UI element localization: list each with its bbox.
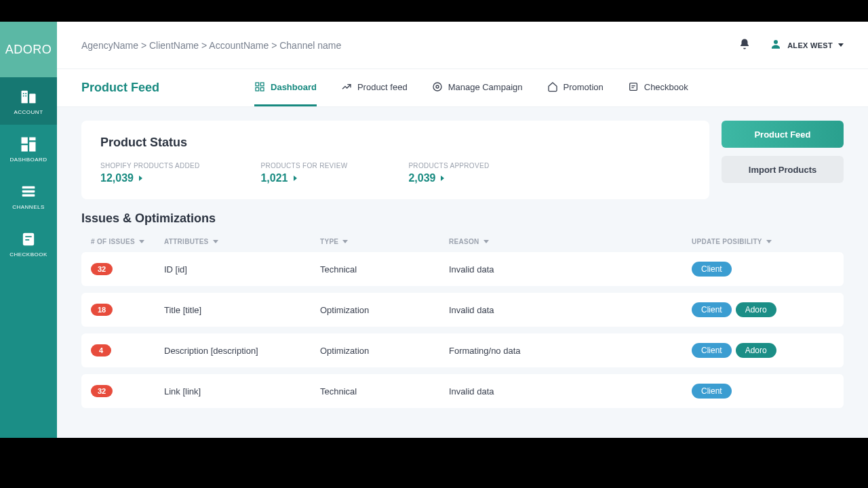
user-icon — [770, 38, 782, 53]
layers-icon — [19, 182, 38, 201]
th-update[interactable]: UPDATE POSIBILITY — [692, 238, 834, 245]
tabs: Dashboard Product feed Manage Campaign P… — [254, 69, 688, 106]
stat-shopify: SHOPIFY PRODUCTS ADDED 12,039 — [100, 162, 199, 184]
svg-rect-0 — [22, 90, 28, 103]
chevron-right-icon — [139, 176, 142, 181]
status-card: Product Status SHOPIFY PRODUCTS ADDED 12… — [81, 121, 709, 199]
td-attr: Description [description] — [164, 346, 320, 356]
table-row[interactable]: 32 ID [id] Technical Invalid data Client — [81, 252, 844, 286]
th-reason[interactable]: REASON — [449, 238, 692, 245]
issue-count-badge: 32 — [91, 385, 113, 397]
td-update: Client — [692, 262, 834, 277]
td-reason: Invalid data — [449, 305, 692, 315]
svg-rect-10 — [22, 186, 35, 188]
tab-manage-campaign[interactable]: Manage Campaign — [432, 69, 523, 106]
tab-product-feed[interactable]: Product feed — [341, 69, 408, 106]
tab-checkbook[interactable]: Checkbook — [628, 69, 688, 106]
td-type: Technical — [320, 386, 449, 396]
td-attr: ID [id] — [164, 264, 320, 274]
stat-value[interactable]: 12,039 — [100, 172, 199, 184]
th-attributes[interactable]: ATTRIBUTES — [164, 238, 320, 245]
svg-point-21 — [433, 83, 441, 91]
sidebar-item-label: CHANNELS — [12, 204, 45, 210]
breadcrumb[interactable]: AgencyName > ClientName > AccountName > … — [81, 40, 738, 51]
stat-value[interactable]: 1,021 — [260, 172, 347, 184]
issue-count-badge: 18 — [91, 304, 113, 316]
stat-label: PRODUCTS APPROVED — [408, 162, 489, 169]
td-attr: Title [title] — [164, 305, 320, 315]
table-row[interactable]: 18 Title [title] Optimization Invalid da… — [81, 293, 844, 327]
td-update: Client — [692, 384, 834, 399]
chevron-down-icon — [342, 240, 348, 243]
chevron-down-icon — [766, 240, 772, 243]
tab-label: Manage Campaign — [448, 82, 523, 92]
chevron-right-icon — [294, 176, 297, 181]
header-right: ALEX WEST — [738, 38, 844, 53]
sidebar-item-dashboard[interactable]: DASHBOARD — [0, 125, 57, 172]
td-update: ClientAdoro — [692, 343, 834, 358]
chevron-down-icon — [213, 240, 218, 243]
svg-point-22 — [436, 85, 439, 88]
td-type: Optimization — [320, 305, 449, 315]
td-type: Optimization — [320, 346, 449, 356]
tab-promotion[interactable]: Promotion — [547, 69, 604, 106]
pill-adoro: Adoro — [736, 343, 776, 358]
table-row[interactable]: 32 Link [link] Technical Invalid data Cl… — [81, 374, 844, 408]
pill-adoro: Adoro — [736, 302, 776, 317]
pill-client: Client — [692, 262, 732, 277]
user-menu[interactable]: ALEX WEST — [770, 38, 844, 53]
logo: ADORO — [0, 22, 57, 77]
th-issues[interactable]: # OF ISSUES — [91, 238, 164, 245]
action-column: Product Feed Import Products — [722, 121, 844, 199]
tab-label: Promotion — [564, 82, 604, 92]
building-icon — [19, 87, 38, 106]
sidebar-item-channels[interactable]: CHANNELS — [0, 172, 57, 220]
svg-rect-12 — [22, 194, 35, 197]
sidebar-item-checkbook[interactable]: CHECKBOOK — [0, 220, 57, 267]
sidebar-nav: ACCOUNT DASHBOARD CHANNELS CHECKBOOK — [0, 77, 57, 267]
issue-count-badge: 4 — [91, 344, 111, 357]
product-feed-button[interactable]: Product Feed — [722, 121, 844, 148]
caret-down-icon — [838, 43, 844, 47]
tab-label: Dashboard — [271, 82, 317, 92]
svg-rect-14 — [25, 236, 31, 237]
issues-title: Issues & Optimizations — [81, 211, 844, 226]
sidebar-item-label: ACCOUNT — [14, 109, 43, 115]
svg-rect-23 — [629, 83, 637, 91]
sidebar-item-label: DASHBOARD — [9, 157, 47, 163]
import-products-button[interactable]: Import Products — [722, 156, 844, 183]
svg-rect-11 — [22, 190, 35, 192]
chevron-right-icon — [441, 176, 444, 181]
table-header: # OF ISSUES ATTRIBUTES TYPE REASON UPDAT… — [81, 238, 844, 245]
user-name: ALEX WEST — [787, 41, 833, 49]
svg-rect-20 — [260, 87, 264, 91]
bottom-letterbox — [0, 466, 868, 488]
td-attr: Link [link] — [164, 386, 320, 396]
svg-rect-3 — [25, 93, 26, 94]
stat-value[interactable]: 2,039 — [408, 172, 489, 184]
status-stats: SHOPIFY PRODUCTS ADDED 12,039 PRODUCTS F… — [100, 162, 690, 184]
svg-point-16 — [774, 40, 778, 44]
sidebar: ADORO ACCOUNT DASHBOARD CHANNELS — [0, 22, 57, 438]
svg-rect-18 — [260, 83, 264, 86]
th-type[interactable]: TYPE — [320, 238, 449, 245]
issue-count-badge: 32 — [91, 263, 113, 275]
pill-client: Client — [692, 384, 732, 399]
stat-label: SHOPIFY PRODUCTS ADDED — [100, 162, 199, 169]
header: AgencyName > ClientName > AccountName > … — [57, 22, 868, 69]
svg-rect-1 — [29, 94, 35, 103]
td-reason: Invalid data — [449, 264, 692, 274]
tab-dashboard[interactable]: Dashboard — [254, 69, 317, 106]
sidebar-item-account[interactable]: ACCOUNT — [0, 77, 57, 125]
subheader: Product Feed Dashboard Product feed Mana… — [57, 69, 868, 107]
bell-icon[interactable] — [738, 38, 751, 53]
td-reason: Invalid data — [449, 386, 692, 396]
book-icon — [19, 230, 38, 249]
svg-rect-9 — [22, 145, 28, 151]
table-row[interactable]: 4 Description [description] Optimization… — [81, 333, 844, 367]
top-letterbox — [0, 0, 868, 22]
stat-approved: PRODUCTS APPROVED 2,039 — [408, 162, 489, 184]
pill-client: Client — [692, 302, 732, 317]
chevron-down-icon — [139, 240, 144, 243]
tab-label: Checkbook — [644, 82, 688, 92]
